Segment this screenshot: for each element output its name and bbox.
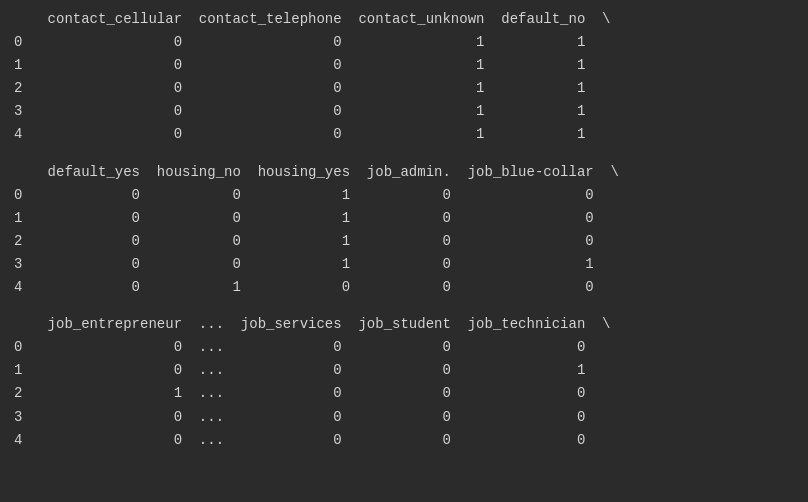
output-line (0, 147, 808, 161)
output-line: 0 0 0 1 0 0 (0, 184, 808, 207)
output-line: 1 0 0 1 1 (0, 54, 808, 77)
output-line: 0 0 0 1 1 (0, 31, 808, 54)
output-line: 4 0 1 0 0 0 (0, 276, 808, 299)
output-line: 2 0 0 1 1 (0, 77, 808, 100)
output-line: contact_cellular contact_telephone conta… (0, 8, 808, 31)
output-line: 3 0 0 1 1 (0, 100, 808, 123)
output-line: 2 1 ... 0 0 0 (0, 382, 808, 405)
output-line: 4 0 0 1 1 (0, 123, 808, 146)
output-line: 0 0 ... 0 0 0 (0, 336, 808, 359)
output-line (0, 299, 808, 313)
output-line: 1 0 0 1 0 0 (0, 207, 808, 230)
dataframe-display: contact_cellular contact_telephone conta… (0, 8, 808, 452)
output-line: 1 0 ... 0 0 1 (0, 359, 808, 382)
output-line: job_entrepreneur ... job_services job_st… (0, 313, 808, 336)
output-line: 2 0 0 1 0 0 (0, 230, 808, 253)
output-line: 3 0 ... 0 0 0 (0, 406, 808, 429)
output-line: 3 0 0 1 0 1 (0, 253, 808, 276)
output-line: 4 0 ... 0 0 0 (0, 429, 808, 452)
output-line: default_yes housing_no housing_yes job_a… (0, 161, 808, 184)
